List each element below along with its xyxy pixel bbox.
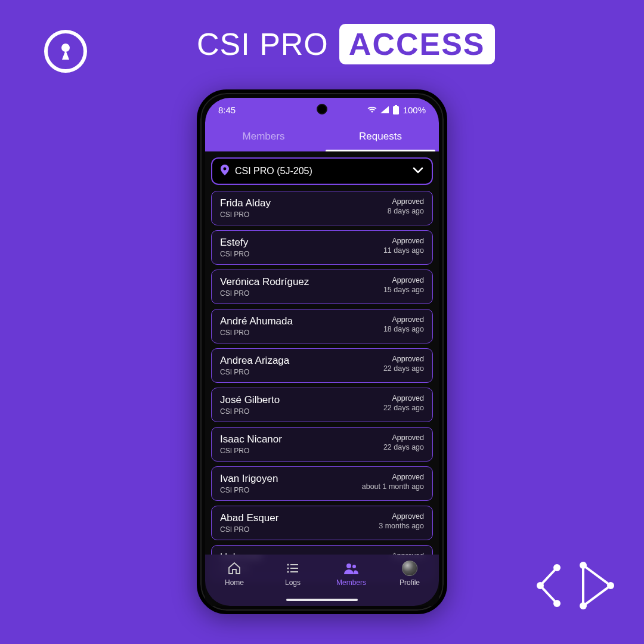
request-when: about 1 month ago [362, 482, 424, 491]
request-status: Approved [383, 237, 424, 245]
svg-rect-3 [393, 106, 399, 114]
svg-rect-7 [290, 568, 298, 569]
request-org: CSI PRO [220, 368, 289, 376]
request-card[interactable]: José GilbertoCSI PROApproved22 days ago [211, 388, 433, 422]
svg-point-10 [346, 564, 351, 568]
request-when: 3 months ago [379, 522, 424, 530]
svg-point-6 [287, 567, 289, 569]
request-status: Approved [383, 315, 424, 324]
page-title: CSI PRO ACCESS [197, 24, 495, 64]
request-org: CSI PRO [220, 289, 309, 298]
svg-rect-9 [290, 571, 298, 572]
tab-members-label: Members [243, 131, 285, 143]
request-card[interactable]: Abad EsquerCSI PROApproved3 months ago [211, 506, 433, 540]
nav-members-label: Members [336, 578, 366, 587]
svg-point-8 [287, 571, 289, 572]
request-name: Verónica Rodríguez [220, 276, 309, 288]
list-icon [285, 561, 301, 576]
request-name: Frida Alday [220, 197, 271, 209]
request-name: Isaac Nicanor [220, 434, 282, 445]
tab-requests-label: Requests [359, 131, 402, 143]
svg-rect-5 [290, 564, 298, 565]
keyhole-icon [43, 29, 88, 74]
request-name: Estefy [220, 237, 249, 249]
members-icon [343, 561, 359, 576]
bottom-nav: Home Logs Members [205, 555, 439, 606]
request-card[interactable]: Andrea ArizagaCSI PROApproved22 days ago [211, 348, 433, 383]
location-pin-icon [221, 165, 229, 178]
request-org: CSI PRO [220, 210, 271, 219]
svg-point-4 [287, 564, 289, 565]
heading-badge: ACCESS [339, 24, 495, 64]
wifi-icon [367, 106, 377, 113]
signal-icon [380, 106, 389, 113]
request-name: Andrea Arizaga [220, 355, 289, 367]
request-name: Abad Esquer [220, 512, 278, 524]
request-card[interactable]: Frida AldayCSI PROApproved8 days ago [211, 191, 433, 225]
requests-list: Frida AldayCSI PROApproved8 days agoEste… [211, 191, 433, 580]
request-name: José Gilberto [220, 394, 280, 406]
app-body: CSI PRO (5J-205) Frida AldayCSI PROAppro… [205, 151, 439, 606]
chevron-down-icon [413, 166, 423, 177]
request-card[interactable]: Ivan IrigoyenCSI PROApprovedabout 1 mont… [211, 466, 433, 501]
request-when: 11 days ago [383, 246, 424, 255]
room-selector[interactable]: CSI PRO (5J-205) [211, 157, 433, 185]
request-status: Approved [383, 355, 424, 363]
svg-rect-2 [395, 105, 397, 106]
request-status: Approved [362, 473, 424, 481]
home-icon [227, 561, 242, 576]
svg-point-11 [352, 565, 356, 568]
request-when: 15 days ago [383, 286, 424, 294]
request-status: Approved [383, 434, 424, 442]
nav-logs[interactable]: Logs [264, 561, 322, 587]
request-when: 22 days ago [383, 443, 424, 451]
request-when: 22 days ago [383, 404, 424, 412]
nav-members[interactable]: Members [322, 561, 380, 587]
battery-icon [392, 105, 400, 114]
request-org: CSI PRO [220, 486, 278, 494]
battery-percent: 100% [403, 105, 426, 115]
heading-prefix: CSI PRO [197, 26, 329, 62]
status-time: 8:45 [218, 105, 236, 115]
request-when: 18 days ago [383, 325, 424, 333]
phone-screen: 8:45 100% Members Requests [205, 98, 439, 606]
front-camera [318, 105, 326, 113]
request-org: CSI PRO [220, 329, 293, 337]
request-org: CSI PRO [220, 250, 249, 258]
request-org: CSI PRO [220, 525, 278, 534]
request-card[interactable]: André AhumadaCSI PROApproved18 days ago [211, 309, 433, 343]
request-org: CSI PRO [220, 447, 282, 455]
gesture-bar [286, 599, 358, 601]
request-name: André Ahumada [220, 315, 293, 327]
request-status: Approved [383, 394, 424, 402]
request-card[interactable]: Verónica RodríguezCSI PROApproved15 days… [211, 270, 433, 304]
room-selector-label: CSI PRO (5J-205) [235, 166, 312, 177]
request-org: CSI PRO [220, 407, 280, 416]
tab-members[interactable]: Members [205, 122, 322, 151]
nav-logs-label: Logs [285, 578, 301, 587]
code-icon [537, 555, 614, 614]
request-when: 8 days ago [388, 207, 424, 215]
profile-avatar-icon [402, 561, 417, 576]
phone-frame: 8:45 100% Members Requests [197, 89, 447, 614]
tab-bar: Members Requests [205, 122, 439, 151]
request-status: Approved [383, 276, 424, 284]
nav-home[interactable]: Home [205, 561, 264, 587]
request-name: Ivan Irigoyen [220, 473, 278, 485]
request-card[interactable]: EstefyCSI PROApproved11 days ago [211, 230, 433, 265]
nav-profile-label: Profile [400, 578, 420, 587]
request-card[interactable]: Isaac NicanorCSI PROApproved22 days ago [211, 427, 433, 462]
request-when: 22 days ago [383, 364, 424, 373]
request-status: Approved [388, 197, 424, 206]
tab-requests[interactable]: Requests [322, 122, 439, 151]
request-status: Approved [379, 512, 424, 521]
nav-home-label: Home [225, 578, 244, 587]
nav-profile[interactable]: Profile [380, 561, 439, 587]
